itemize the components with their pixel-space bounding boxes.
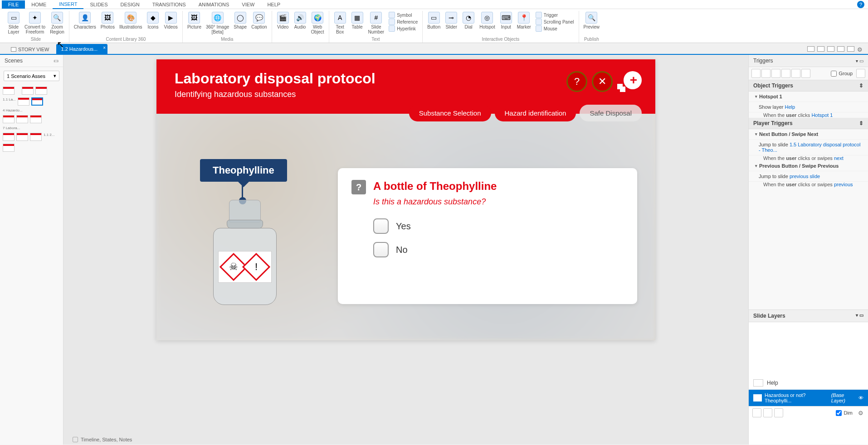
video-button[interactable]: 🎬Video: [275, 11, 291, 35]
document-tab[interactable]: 1.2 Hazardous...×: [56, 44, 107, 54]
edit-trigger-icon[interactable]: [761, 69, 770, 78]
menu-help[interactable]: HELP: [261, 0, 287, 9]
trigger-button[interactable]: Trigger: [536, 12, 574, 18]
tab-hazard-identification[interactable]: Hazard identification: [495, 105, 576, 121]
slide-thumb[interactable]: [3, 115, 15, 123]
trigger-action[interactable]: Jump to slide 1.5 Laboratory disposal pr…: [749, 140, 868, 155]
story-view-tab[interactable]: STORY VIEW: [6, 45, 54, 54]
copy-trigger-icon[interactable]: [771, 69, 780, 78]
panel-collapse-icon[interactable]: ▾ ▭: [856, 58, 863, 63]
tab-substance-selection[interactable]: Substance Selection: [409, 105, 491, 121]
symbol-button[interactable]: Symbol: [389, 12, 418, 18]
gear-icon[interactable]: ⚙: [857, 46, 863, 53]
mouse-button[interactable]: Mouse: [536, 25, 574, 32]
dim-checkbox[interactable]: [836, 410, 842, 416]
trigger-action[interactable]: Jump to slide previous slide: [749, 171, 868, 182]
slide-thumb[interactable]: [18, 97, 29, 106]
slider-button[interactable]: ⊸Slider: [443, 11, 459, 33]
characters-button[interactable]: 👤Characters: [72, 11, 98, 30]
view-desktop-icon[interactable]: [807, 46, 814, 52]
layer-visibility-icon[interactable]: 👁: [858, 395, 863, 401]
layer-settings-icon[interactable]: ⚙: [858, 410, 864, 416]
view-phone-landscape-icon[interactable]: [837, 46, 844, 52]
button-button[interactable]: ▭Button: [425, 11, 442, 33]
layers-collapse-icon[interactable]: ▾ ▭: [856, 313, 863, 319]
videos-button[interactable]: ▶Videos: [162, 11, 179, 30]
360-image-button[interactable]: 🌐360° Image[Beta]: [204, 11, 231, 35]
close-tab-icon[interactable]: ×: [103, 45, 106, 50]
reorder-trigger-icon[interactable]: [801, 69, 810, 78]
help-circle-button[interactable]: ?: [566, 71, 587, 92]
audio-button[interactable]: 🔊Audio: [292, 11, 308, 35]
icons-button[interactable]: ◆Icons: [145, 11, 161, 30]
menu-home[interactable]: HOME: [25, 0, 53, 9]
new-layer-icon[interactable]: [752, 408, 761, 417]
input-button[interactable]: ⌨Input: [498, 11, 514, 33]
menu-design[interactable]: DESIGN: [114, 0, 146, 9]
convert-freeform-button[interactable]: ✦Convert toFreeform: [23, 11, 47, 35]
view-tablet-landscape-icon[interactable]: [817, 46, 824, 52]
delete-trigger-icon[interactable]: [791, 69, 800, 78]
checkbox-yes[interactable]: [373, 218, 389, 234]
panel-menu-icon[interactable]: ▭: [54, 58, 59, 64]
paste-trigger-icon[interactable]: [781, 69, 790, 78]
variables-icon[interactable]: [856, 69, 865, 78]
slide-thumb[interactable]: [30, 133, 42, 141]
illustrations-button[interactable]: 🎨Illustrations: [117, 11, 144, 30]
slide-thumb[interactable]: [16, 115, 28, 123]
checkbox-no[interactable]: [373, 242, 389, 257]
hyperlink-button[interactable]: Hyperlink: [389, 25, 418, 32]
slide-thumb[interactable]: [22, 87, 34, 95]
dial-button[interactable]: ◔Dial: [460, 11, 477, 33]
menu-view[interactable]: VIEW: [235, 0, 261, 9]
slide-thumb[interactable]: [3, 87, 15, 95]
section-toggle-icon[interactable]: ⇕: [859, 82, 863, 89]
tab-safe-disposal[interactable]: Safe Disposal: [580, 105, 642, 121]
footer-bar[interactable]: Timeline, States, Notes: [73, 437, 132, 442]
view-phone-portrait-icon[interactable]: [847, 46, 854, 52]
section-toggle-icon[interactable]: ⇕: [859, 120, 863, 126]
text-box-button[interactable]: ATextBox: [332, 11, 348, 35]
canvas-area[interactable]: Laboratory disposal protocol Identifying…: [63, 55, 748, 445]
menu-slides[interactable]: SLIDES: [83, 0, 114, 9]
marker-button[interactable]: 📍Marker: [515, 11, 533, 33]
table-button[interactable]: ▦Table: [349, 11, 366, 35]
slide-thumb[interactable]: [3, 144, 15, 152]
trigger-hotspot1[interactable]: ▾Hotspot 1: [749, 92, 868, 102]
photos-button[interactable]: 🖼Photos: [99, 11, 117, 30]
delete-layer-icon[interactable]: [774, 408, 783, 417]
slide-number-button[interactable]: #SlideNumber: [366, 11, 386, 35]
slide-thumb-selected[interactable]: [31, 97, 43, 106]
zoom-region-button[interactable]: 🔍ZoomRegion: [48, 11, 66, 35]
web-object-button[interactable]: 🌍WebObject: [309, 11, 326, 35]
player-triggers-header[interactable]: Player Triggers⇕: [749, 118, 868, 129]
scene-selector[interactable]: 1 Scenario Asses▾: [4, 71, 59, 81]
slide-thumb[interactable]: [30, 115, 42, 123]
close-circle-button[interactable]: ✕: [592, 71, 613, 92]
help-icon[interactable]: ?: [857, 1, 864, 8]
trigger-prev-button[interactable]: ▾Previous Button / Swipe Previous: [749, 161, 868, 171]
menu-transitions[interactable]: TRANSITIONS: [146, 0, 192, 9]
expand-icon[interactable]: [73, 437, 78, 442]
slide-thumb[interactable]: [35, 87, 47, 95]
base-layer-row[interactable]: Hazardous or not? Theophylli... (Base La…: [749, 390, 868, 406]
slide-thumb[interactable]: [3, 133, 15, 141]
option-yes[interactable]: Yes: [373, 218, 624, 234]
object-triggers-header[interactable]: Object Triggers⇕: [749, 80, 868, 92]
trigger-action[interactable]: Show layer Help: [749, 102, 868, 112]
menu-insert[interactable]: INSERT: [53, 0, 83, 9]
hotspot-button[interactable]: ◎Hotspot: [478, 11, 497, 33]
trigger-next-button[interactable]: ▾Next Button / Swipe Next: [749, 129, 868, 140]
slide[interactable]: Laboratory disposal protocol Identifying…: [156, 59, 655, 340]
menu-file[interactable]: FILE: [2, 0, 25, 9]
preview-button[interactable]: 🔍Preview: [582, 11, 602, 30]
caption-button[interactable]: 💬Caption: [249, 11, 268, 35]
menu-animations[interactable]: ANIMATIONS: [192, 0, 236, 9]
slide-thumb[interactable]: [16, 133, 28, 141]
scrolling-panel-button[interactable]: Scrolling Panel: [536, 19, 574, 25]
new-trigger-icon[interactable]: [751, 69, 761, 78]
view-tablet-portrait-icon[interactable]: [827, 46, 834, 52]
reference-button[interactable]: Reference: [389, 19, 418, 25]
group-checkbox[interactable]: [831, 71, 837, 77]
shape-button[interactable]: ◯Shape: [232, 11, 249, 35]
